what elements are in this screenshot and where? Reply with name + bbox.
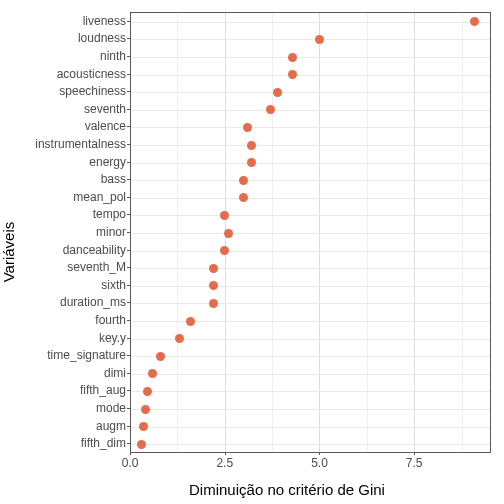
y-tick-label: seventh_M [67,260,126,274]
y-tick-mark [127,109,130,110]
y-tick-mark [127,267,130,268]
y-tick-label: seventh [84,102,126,116]
hgrid [130,57,490,58]
y-tick-label: minor [96,225,126,239]
y-tick-label: loudness [78,31,126,45]
y-tick-mark [127,21,130,22]
y-tick-mark [127,144,130,145]
hgrid [130,339,490,340]
y-tick-mark [127,390,130,391]
y-tick-label: key.y [99,331,126,345]
data-point [315,35,324,44]
y-tick-mark [127,38,130,39]
hgrid [130,39,490,40]
data-point [139,422,148,431]
y-tick-label: fifth_aug [80,383,126,397]
x-tick-label: 2.5 [216,456,233,470]
data-point [186,317,195,326]
y-tick-mark [127,56,130,57]
x-tick-mark [319,452,320,455]
y-tick-mark [127,126,130,127]
y-tick-mark [127,232,130,233]
y-tick-mark [127,355,130,356]
data-point [288,53,297,62]
hgrid [130,215,490,216]
data-point [220,246,229,255]
gini-importance-chart: Variáveis Diminuição no critério de Gini… [0,0,504,504]
data-point [247,158,256,167]
data-point [209,264,218,273]
hgrid [130,75,490,76]
data-point [141,405,150,414]
hgrid [130,321,490,322]
hgrid [130,409,490,410]
data-point [239,193,248,202]
y-tick-label: tempo [93,207,126,221]
x-tick-mark [225,452,226,455]
hgrid [130,251,490,252]
hgrid [130,22,490,23]
hgrid [130,268,490,269]
data-point [209,299,218,308]
y-tick-label: augm [96,419,126,433]
y-tick-mark [127,74,130,75]
data-point [209,281,218,290]
y-tick-label: dimi [104,366,126,380]
y-tick-label: time_signature [47,348,126,362]
hgrid [130,110,490,111]
hgrid [130,286,490,287]
y-tick-label: bass [101,172,126,186]
hgrid [130,374,490,375]
y-tick-mark [127,373,130,374]
y-tick-label: sixth [101,278,126,292]
hgrid [130,145,490,146]
data-point [266,105,275,114]
y-tick-mark [127,302,130,303]
x-tick-mark [130,452,131,455]
y-tick-mark [127,250,130,251]
hgrid [130,233,490,234]
y-tick-mark [127,91,130,92]
y-tick-label: fifth_dim [81,436,126,450]
x-tick-label: 7.5 [406,456,423,470]
y-tick-mark [127,197,130,198]
y-tick-label: instrumentalness [35,137,126,151]
y-axis-line [130,12,131,452]
y-tick-mark [127,214,130,215]
plot-area [130,12,491,453]
y-tick-label: mode [96,401,126,415]
hgrid [130,391,490,392]
y-tick-mark [127,162,130,163]
data-point [156,352,165,361]
y-tick-label: mean_pol [73,190,126,204]
y-tick-mark [127,285,130,286]
y-tick-mark [127,320,130,321]
y-tick-label: fourth [95,313,126,327]
x-axis-label: Diminuição no critério de Gini [0,481,504,498]
data-point [470,17,479,26]
hgrid [130,444,490,445]
hgrid [130,180,490,181]
data-point [224,229,233,238]
y-tick-label: ninth [100,49,126,63]
data-point [137,440,146,449]
data-point [143,387,152,396]
data-point [148,369,157,378]
y-tick-label: acousticness [57,67,126,81]
data-point [220,211,229,220]
plot-inner [130,13,490,453]
y-tick-mark [127,443,130,444]
hgrid [130,163,490,164]
data-point [239,176,248,185]
hgrid [130,198,490,199]
data-point [175,334,184,343]
y-tick-label: valence [85,119,126,133]
y-tick-label: duration_ms [60,295,126,309]
x-tick-label: 0.0 [122,456,139,470]
data-point [243,123,252,132]
data-point [247,141,256,150]
y-tick-label: energy [89,155,126,169]
hgrid [130,127,490,128]
x-axis-line [130,452,490,453]
x-tick-label: 5.0 [311,456,328,470]
